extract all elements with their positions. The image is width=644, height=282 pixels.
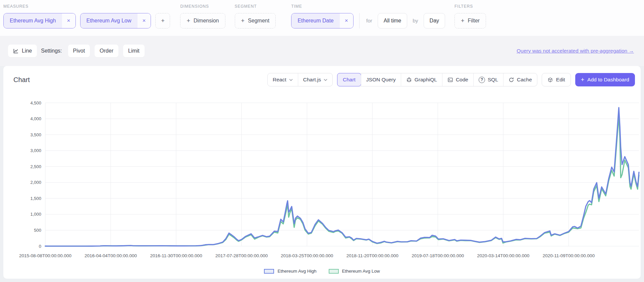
y-axis-tick-label: 4,000 [30, 116, 41, 121]
legend-label: Ethereum Avg Low [342, 269, 380, 274]
chevron-down-icon [289, 79, 293, 81]
y-axis-tick-label: 3,500 [30, 132, 41, 137]
x-axis-tick-label: 2018-03-25T00:00:00.000 [281, 253, 333, 258]
tab-sql[interactable]: ? SQL [473, 73, 503, 86]
tab-code-label: Code [456, 77, 468, 83]
plus-icon: + [461, 17, 465, 24]
measure-chip-ethereum-avg-high[interactable]: Ethereum Avg High × [3, 13, 76, 28]
settings-bar: Line Settings: Pivot Order Limit Query w… [0, 36, 644, 66]
result-tabs: Chart JSON Query GraphiQL [337, 73, 537, 86]
time-group: TIME Ethereum Date × for All time by Day [291, 4, 445, 28]
chart-type-button[interactable]: Line [8, 45, 37, 57]
framework-select[interactable]: React [268, 73, 298, 86]
edit-button[interactable]: Edit [542, 73, 571, 86]
tab-chart[interactable]: Chart [337, 73, 361, 86]
add-to-dashboard-button[interactable]: + Add to Dashboard [575, 73, 635, 86]
dimensions-group: DIMENSIONS + Dimension [180, 4, 225, 28]
series-line-ethereum-avg-high [45, 108, 639, 246]
plus-icon: + [241, 17, 245, 24]
y-axis-tick-label: 500 [34, 228, 41, 233]
pivot-button[interactable]: Pivot [68, 45, 90, 57]
chart-legend: Ethereum Avg HighEthereum Avg Low [3, 269, 641, 274]
library-select[interactable]: Chart.js [298, 73, 332, 86]
line-chart-icon [13, 48, 19, 54]
legend-item[interactable]: Ethereum Avg High [264, 269, 316, 274]
y-axis-tick-label: 1,500 [30, 196, 41, 201]
dimensions-label: DIMENSIONS [180, 4, 225, 9]
plus-icon: + [161, 17, 165, 24]
x-axis-tick-label: 2016-11-30T00:00:00.000 [150, 253, 202, 258]
add-segment-button[interactable]: + Segment [235, 13, 276, 28]
question-circle-icon: ? [479, 77, 485, 83]
segment-label: SEGMENT [235, 4, 276, 9]
tab-cache[interactable]: Cache [503, 73, 537, 86]
chevron-down-icon [324, 79, 327, 81]
graphql-icon [406, 77, 412, 83]
refresh-icon [508, 77, 514, 83]
date-range-button[interactable]: All time [378, 13, 407, 28]
order-button[interactable]: Order [95, 45, 118, 57]
page-title: Chart [13, 76, 30, 84]
measures-label: MEASURES [3, 4, 170, 9]
x-axis-tick-label: 2018-11-20T00:00:00.000 [346, 253, 398, 258]
tab-graphiql[interactable]: GraphiQL [401, 73, 442, 86]
settings-label: Settings: [41, 48, 62, 54]
filters-group: FILTERS + Filter [454, 4, 486, 28]
y-axis-tick-label: 2,000 [30, 180, 41, 185]
tab-json-query[interactable]: JSON Query [361, 73, 401, 86]
segment-group: SEGMENT + Segment [235, 4, 276, 28]
edit-button-label: Edit [556, 77, 565, 83]
close-icon[interactable]: × [62, 13, 75, 28]
x-axis-tick-label: 2020-03-14T00:00:00.000 [477, 253, 529, 258]
legend-label: Ethereum Avg High [277, 269, 316, 274]
x-axis-tick-label: 2017-07-28T00:00:00.000 [215, 253, 268, 258]
series-line-ethereum-avg-low [45, 116, 639, 246]
close-icon[interactable]: × [138, 13, 151, 28]
y-axis-tick-label: 1,000 [30, 212, 41, 217]
cube-icon [547, 77, 553, 83]
tab-cache-label: Cache [517, 77, 532, 83]
chart-type-label: Line [22, 48, 32, 54]
measure-chip-label: Ethereum Avg High [4, 13, 62, 28]
divider [359, 13, 360, 28]
code-terminal-icon [447, 77, 453, 83]
legend-swatch [264, 269, 274, 274]
line-chart: 05001,0001,5002,0002,5003,0003,5004,0004… [3, 97, 641, 265]
add-dimension-label: Dimension [194, 18, 219, 24]
chart-card-header: Chart React Chart.js Chart JSON Query [3, 66, 641, 86]
by-label: by [413, 18, 418, 24]
plus-icon: + [581, 76, 585, 83]
granularity-button[interactable]: Day [424, 13, 445, 28]
for-label: for [366, 18, 372, 24]
time-chip-label: Ethereum Date [291, 13, 340, 28]
close-icon[interactable]: × [340, 13, 353, 28]
framework-select-value: React [273, 77, 286, 83]
time-dimension-chip[interactable]: Ethereum Date × [291, 13, 354, 28]
tab-sql-label: SQL [488, 77, 498, 83]
measure-chip-label: Ethereum Avg Low [80, 13, 138, 28]
legend-swatch [329, 269, 339, 274]
add-segment-label: Segment [248, 18, 269, 24]
y-axis-tick-label: 0 [39, 244, 41, 249]
limit-button[interactable]: Limit [123, 45, 145, 57]
measures-group: MEASURES Ethereum Avg High × Ethereum Av… [3, 4, 170, 28]
measure-chip-ethereum-avg-low[interactable]: Ethereum Avg Low × [80, 13, 151, 28]
tab-code[interactable]: Code [442, 73, 473, 86]
chart-card: Chart React Chart.js Chart JSON Query [3, 66, 641, 279]
preaggregation-link[interactable]: Query was not accelerated with pre-aggre… [517, 48, 634, 54]
add-to-dashboard-label: Add to Dashboard [587, 77, 629, 83]
add-filter-button[interactable]: + Filter [454, 13, 486, 28]
x-axis-tick-label: 2019-07-18T00:00:00.000 [412, 253, 464, 258]
x-axis-tick-label: 2016-04-04T00:00:00.000 [85, 253, 137, 258]
framework-library-select-group: React Chart.js [267, 73, 333, 86]
add-filter-label: Filter [468, 18, 480, 24]
y-axis-tick-label: 2,500 [30, 164, 41, 169]
library-select-value: Chart.js [303, 77, 321, 83]
plus-icon: + [186, 17, 190, 24]
legend-item[interactable]: Ethereum Avg Low [329, 269, 380, 274]
x-axis-tick-label: 2020-11-09T00:00:00.000 [543, 253, 595, 258]
add-dimension-button[interactable]: + Dimension [180, 13, 225, 28]
add-measure-button[interactable]: + [155, 13, 170, 28]
time-label: TIME [291, 4, 445, 9]
filters-label: FILTERS [454, 4, 486, 9]
